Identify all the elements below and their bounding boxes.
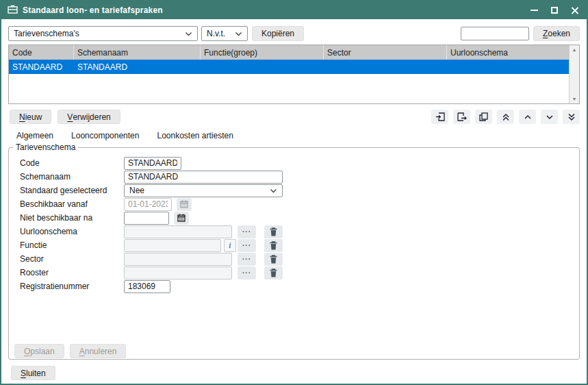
filter-select[interactable]: N.v.t. <box>201 26 248 41</box>
sector-label: Sector <box>20 254 124 264</box>
tarievenschema-panel: Tarievenschema Code Schemanaam Standaard… <box>8 142 580 360</box>
table-empty-area <box>9 74 569 103</box>
move-down-button[interactable] <box>541 110 558 124</box>
rooster-input <box>124 266 232 280</box>
search-button[interactable]: Zoeken <box>533 26 580 41</box>
calendar-icon <box>177 214 186 222</box>
move-up-button[interactable] <box>519 110 536 124</box>
table-row[interactable]: STANDAARD STANDAARD <box>9 60 569 74</box>
sector-browse-button[interactable]: ··· <box>238 253 256 266</box>
cell-functiegroep <box>201 60 324 74</box>
rooster-clear-button[interactable] <box>264 266 283 280</box>
delete-button[interactable]: Verwijderen <box>57 110 120 124</box>
new-button[interactable]: Nieuw <box>10 110 51 124</box>
tab-bar: Algemeen Looncomponenten Loonkosten arti… <box>16 131 580 140</box>
filter-select-value: N.v.t. <box>207 29 225 38</box>
table-header: Code Schemanaam Functie(groep) Sector Uu… <box>9 45 569 60</box>
briefcase-icon <box>8 5 18 16</box>
field-row-sector: Sector ··· <box>9 252 579 266</box>
double-chevron-down-icon <box>567 113 576 121</box>
calendar-icon <box>180 200 188 208</box>
field-row-standaard-geselecteerd: Standaard geselecteerd Nee <box>9 184 579 197</box>
save-row: Opslaan Annuleren <box>9 344 579 358</box>
tab-algemeen[interactable]: Algemeen <box>16 131 53 140</box>
tab-looncomponenten[interactable]: Looncomponenten <box>71 131 139 140</box>
column-header-sector[interactable]: Sector <box>324 45 447 60</box>
code-label: Code <box>20 158 124 168</box>
uurloonschema-input <box>124 225 232 238</box>
field-row-code: Code <box>9 156 579 170</box>
maximize-button[interactable] <box>550 5 559 15</box>
minimize-icon <box>531 10 538 11</box>
niet-beschikbaar-na-calendar-button[interactable] <box>174 212 189 225</box>
column-header-code[interactable]: Code <box>9 45 74 60</box>
chevron-up-icon <box>524 114 532 120</box>
save-button[interactable]: Opslaan <box>14 344 64 358</box>
tab-loonkosten-artiesten[interactable]: Loonkosten artiesten <box>157 131 233 140</box>
beschikbaar-vanaf-input <box>124 198 172 211</box>
title-bar: Standaard loon- en tariefafspraken <box>1 1 587 19</box>
standaard-geselecteerd-label: Standaard geselecteerd <box>20 186 124 195</box>
beschikbaar-vanaf-calendar-button <box>177 198 192 211</box>
trash-icon <box>270 269 277 277</box>
search-input[interactable] <box>461 27 529 40</box>
sector-clear-button[interactable] <box>264 253 283 266</box>
column-header-functiegroep[interactable]: Functie(groep) <box>201 45 324 60</box>
rooster-browse-button[interactable]: ··· <box>238 266 256 280</box>
standaard-geselecteerd-select[interactable]: Nee <box>124 184 283 197</box>
beschikbaar-vanaf-label: Beschikbaar vanaf <box>20 199 124 209</box>
app-window: Standaard loon- en tariefafspraken Tarie… <box>0 0 588 385</box>
chevron-down-icon <box>185 32 192 36</box>
export-button[interactable] <box>453 110 470 124</box>
panel-legend: Tarievenschema <box>13 142 78 152</box>
results-table: Code Schemanaam Functie(groep) Sector Uu… <box>8 45 580 104</box>
copy-button[interactable]: Kopiëren <box>252 26 304 41</box>
scroll-down-icon[interactable]: ▼ <box>572 97 577 101</box>
trash-icon <box>270 227 277 236</box>
double-chevron-up-icon <box>502 113 510 121</box>
move-first-button[interactable] <box>497 110 514 124</box>
column-header-uurloonschema[interactable]: Uurloonschema <box>447 45 569 60</box>
cell-code: STANDAARD <box>9 60 74 74</box>
close-icon <box>571 6 579 14</box>
export-icon <box>457 112 467 121</box>
registratienummer-input[interactable] <box>124 280 170 293</box>
uurloonschema-browse-button[interactable]: ··· <box>238 225 256 238</box>
schema-type-select[interactable]: Tarievenschema's <box>8 26 198 41</box>
niet-beschikbaar-na-label: Niet beschikbaar na <box>20 213 124 223</box>
move-last-button[interactable] <box>563 110 580 124</box>
column-header-schemanaam[interactable]: Schemanaam <box>74 45 201 60</box>
cell-uurloonschema <box>447 60 569 74</box>
functie-browse-button[interactable]: ··· <box>238 239 256 252</box>
cancel-button[interactable]: Annuleren <box>70 344 127 358</box>
field-row-niet-beschikbaar-na: Niet beschikbaar na <box>9 211 579 225</box>
schemanaam-input[interactable] <box>124 171 283 184</box>
field-row-rooster: Rooster ··· <box>9 266 579 280</box>
functie-clear-button[interactable] <box>264 239 283 252</box>
scroll-up-icon[interactable]: ▲ <box>572 47 577 52</box>
functie-input <box>124 239 221 252</box>
toolbar: Tarievenschema's N.v.t. Kopiëren Zoeken <box>8 26 580 41</box>
trash-icon <box>270 241 277 250</box>
cell-schemanaam: STANDAARD <box>74 60 201 74</box>
table-scrollbar[interactable]: ▲ ▼ <box>569 45 579 103</box>
field-row-schemanaam: Schemanaam <box>9 170 579 184</box>
close-button[interactable] <box>570 5 580 15</box>
code-input[interactable] <box>124 157 181 170</box>
footer: Sluiten <box>11 366 587 380</box>
niet-beschikbaar-na-input[interactable] <box>124 212 169 225</box>
minimize-button[interactable] <box>529 5 539 15</box>
window-title: Standaard loon- en tariefafspraken <box>23 5 163 15</box>
chevron-down-icon <box>235 32 242 36</box>
registratienummer-label: Registratienummer <box>20 282 124 291</box>
uurloonschema-label: Uurloonschema <box>20 227 124 236</box>
duplicate-button[interactable] <box>475 110 492 124</box>
uurloonschema-clear-button[interactable] <box>264 225 283 238</box>
close-window-button[interactable]: Sluiten <box>11 366 55 380</box>
rooster-label: Rooster <box>20 268 124 277</box>
trash-icon <box>270 255 277 264</box>
cell-sector <box>324 60 447 74</box>
functie-info-button[interactable]: i <box>224 239 236 252</box>
field-row-registratienummer: Registratienummer <box>9 280 579 293</box>
import-button[interactable] <box>431 110 448 124</box>
